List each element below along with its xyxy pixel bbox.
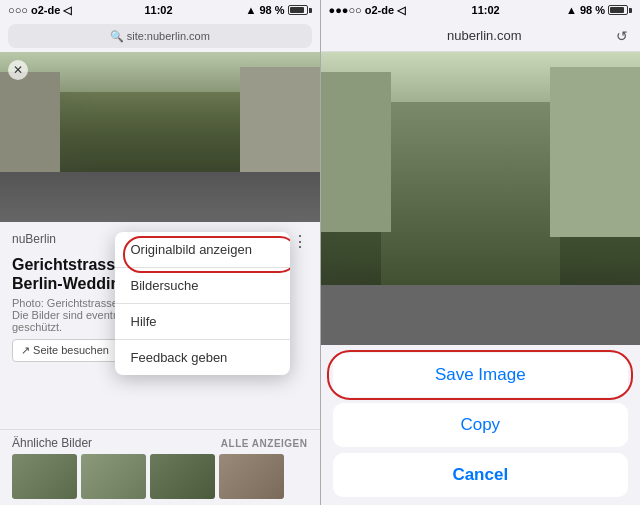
close-button[interactable]: ✕ — [8, 60, 28, 80]
action-sheet: Save Image Copy Cancel — [321, 345, 641, 505]
status-bar-left: ○○○ o2-de ◁ 11:02 ▲ 98 % — [0, 0, 320, 20]
thumb-3[interactable] — [150, 454, 215, 499]
status-bar-right: ●●●○○ o2-de ◁ 11:02 ▲ 98 % — [321, 0, 641, 20]
battery-left: ▲ 98 % — [246, 4, 312, 16]
refresh-icon[interactable]: ↺ — [616, 28, 628, 44]
save-image-button[interactable]: Save Image — [333, 353, 629, 397]
visit-button[interactable]: ↗ Seite besuchen — [12, 339, 118, 362]
thumb-4[interactable] — [219, 454, 284, 499]
image-left: ✕ — [0, 52, 320, 222]
nav-domain: nuberlin.com — [447, 28, 521, 43]
left-panel: ○○○ o2-de ◁ 11:02 ▲ 98 % 🔍 site:nuberlin… — [0, 0, 320, 505]
context-menu: Originalbild anzeigen Bildersuche Hilfe … — [115, 232, 290, 375]
image-right — [321, 52, 641, 345]
nav-bar-right: nuberlin.com ↺ — [321, 20, 641, 52]
similar-header: Ähnliche Bilder ALLE ANZEIGEN — [12, 436, 308, 450]
thumb-1[interactable] — [12, 454, 77, 499]
address-bar-left[interactable]: 🔍 site:nuberlin.com — [8, 24, 312, 48]
similar-section: Ähnliche Bilder ALLE ANZEIGEN — [0, 429, 320, 505]
carrier-right: ●●●○○ o2-de ◁ — [329, 4, 406, 17]
site-name: nuBerlin — [12, 232, 56, 246]
context-menu-item-2[interactable]: Bildersuche — [115, 268, 290, 304]
carrier-left: ○○○ o2-de ◁ — [8, 4, 71, 17]
battery-pct-left: 98 % — [259, 4, 284, 16]
cancel-button[interactable]: Cancel — [333, 453, 629, 497]
context-menu-item-1[interactable]: Originalbild anzeigen — [115, 232, 290, 268]
time-left: 11:02 — [144, 4, 172, 16]
gps-icon-right: ▲ — [566, 4, 577, 16]
similar-label: Ähnliche Bilder — [12, 436, 92, 450]
battery-icon-right — [608, 5, 632, 15]
all-show-button[interactable]: ALLE ANZEIGEN — [221, 438, 308, 449]
thumb-2[interactable] — [81, 454, 146, 499]
right-panel: ●●●○○ o2-de ◁ 11:02 ▲ 98 % nuberlin.com … — [321, 0, 641, 505]
time-right: 11:02 — [472, 4, 500, 16]
similar-thumbs — [12, 454, 308, 499]
battery-pct-right: 98 % — [580, 4, 605, 16]
context-menu-item-4[interactable]: Feedback geben — [115, 340, 290, 375]
gps-icon-left: ▲ — [246, 4, 257, 16]
battery-icon-left — [288, 5, 312, 15]
more-icon[interactable]: ⋮ — [292, 232, 308, 251]
battery-right: ▲ 98 % — [566, 4, 632, 16]
copy-button[interactable]: Copy — [333, 403, 629, 447]
context-menu-item-3[interactable]: Hilfe — [115, 304, 290, 340]
